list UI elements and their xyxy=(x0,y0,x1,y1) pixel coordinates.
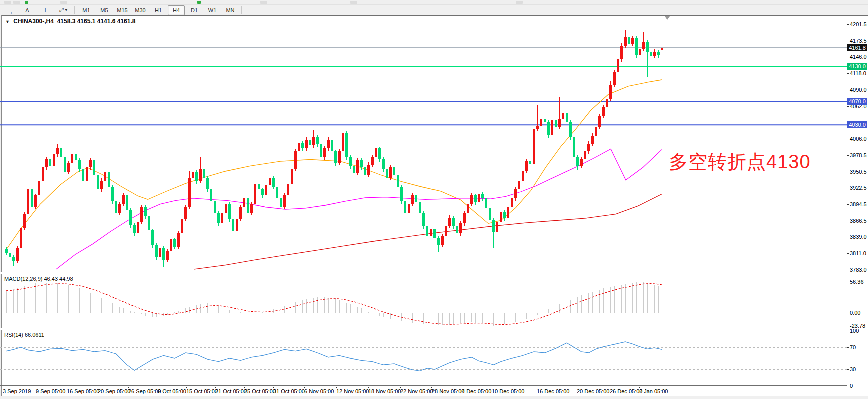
axis-tick xyxy=(847,326,849,326)
date-axis-label: 10 Dec 05:00 xyxy=(492,388,524,394)
rsi-line xyxy=(6,342,662,371)
date-axis-label: 16 Sep 05:00 xyxy=(67,388,99,394)
chart-shift-marker[interactable] xyxy=(665,16,670,20)
timeframe-M30-button[interactable]: M30 xyxy=(132,5,149,15)
axis-tick xyxy=(847,347,849,348)
timeframe-M15-button[interactable]: M15 xyxy=(114,5,131,15)
date-axis-label: 31 Oct 05:00 xyxy=(273,388,305,394)
symbol-dropdown-arrow-icon[interactable]: ▼ xyxy=(5,19,10,24)
price-axis-label: 4173.5 xyxy=(850,38,867,44)
macd-axis-label: 56.36 xyxy=(850,279,867,285)
macd-histogram xyxy=(6,282,662,326)
toolbar-icon-fragment xyxy=(13,1,20,4)
axis-tick xyxy=(847,172,849,172)
rsi-indicator-label: RSI(14) 66.0611 xyxy=(4,332,44,338)
date-axis-label: 4 Dec 05:00 xyxy=(462,388,491,394)
axis-tick xyxy=(847,90,849,90)
toolbar-separator xyxy=(74,6,75,14)
timeframe-W1-button[interactable]: W1 xyxy=(204,5,221,15)
grid-snap-icon[interactable]: F xyxy=(1,5,18,15)
macd-signal-line xyxy=(6,284,662,325)
pane-splitter-macd-rsi[interactable] xyxy=(0,328,847,330)
date-axis-label: 9 Sep 05:00 xyxy=(36,388,65,394)
price-axis-label: 4090.0 xyxy=(850,87,867,93)
price-axis-label: 3894.5 xyxy=(850,201,867,207)
pane-splitter-main-macd[interactable] xyxy=(0,272,847,274)
date-axis-label: 18 Nov 05:00 xyxy=(368,388,401,394)
chart-toolbar: FAT⤢ ▾M1M5M15M30H1H4D1W1MN xyxy=(0,5,868,15)
timeframe-M5-button[interactable]: M5 xyxy=(96,5,113,15)
pane-border-rsi-bottom xyxy=(0,385,847,386)
price-tag-4070.0: 4070.0 xyxy=(847,98,867,105)
toolbar-icon-fragment xyxy=(25,1,28,4)
date-axis-label: 15 Oct 05:00 xyxy=(186,388,218,394)
toolbar-separator xyxy=(241,6,242,14)
chart-bottom-border xyxy=(0,395,847,395)
price-axis-label: 3978.5 xyxy=(850,152,867,158)
date-axis-label: 2 Jan 05:00 xyxy=(639,388,668,394)
timeframe-H1-button[interactable]: H1 xyxy=(150,5,167,15)
timeframe-M1-button[interactable]: M1 xyxy=(78,5,95,15)
axis-tick xyxy=(847,41,849,41)
toolbar-icon-fragment xyxy=(60,1,67,4)
axis-tick xyxy=(847,106,849,107)
axis-tick xyxy=(847,221,849,221)
date-axis-label: 26 Sep 05:00 xyxy=(128,388,161,394)
price-axis-label: 4201.5 xyxy=(850,21,867,27)
axis-tick xyxy=(847,253,849,254)
price-axis-border xyxy=(847,16,847,395)
cursor-modes-icon[interactable]: ⤢ ▾ xyxy=(55,5,72,15)
rsi-axis-label: 30 xyxy=(850,366,867,372)
symbol-label: CHINA300-,H4 xyxy=(13,18,54,25)
date-axis-label: 3 Sep 2019 xyxy=(3,388,31,394)
price-axis-label: 4006.0 xyxy=(850,136,867,142)
axis-tick xyxy=(847,270,849,270)
price-axis-label: 3866.5 xyxy=(850,218,867,224)
date-axis-label: 26 Dec 05:00 xyxy=(610,388,642,394)
date-axis-label: 28 Nov 05:00 xyxy=(431,388,464,394)
axis-tick xyxy=(847,204,849,205)
price-tag-4030.0: 4030.0 xyxy=(847,121,867,128)
price-tag-4130.0: 4130.0 xyxy=(847,63,867,70)
rsi-axis-label: 0 xyxy=(850,383,867,389)
ma-fast-line xyxy=(5,80,662,251)
axis-tick xyxy=(847,313,849,313)
axis-tick xyxy=(847,155,849,156)
price-axis-label: 4118.0 xyxy=(850,70,867,76)
top-toolbar-cut xyxy=(0,0,868,5)
price-axis-label: 4146.0 xyxy=(850,54,867,60)
axis-tick xyxy=(847,386,849,386)
axis-tick xyxy=(847,139,849,139)
axis-tick xyxy=(847,369,849,370)
timeframe-MN-button[interactable]: MN xyxy=(222,5,239,15)
rsi-pane[interactable] xyxy=(0,331,847,386)
axis-tick xyxy=(847,73,849,74)
timeframe-H4-button[interactable]: H4 xyxy=(168,5,185,15)
text-box-icon[interactable]: T xyxy=(37,5,54,15)
chart-title: ▼ CHINA300-,H4 4158.3 4165.1 4141.6 4161… xyxy=(5,18,135,25)
axis-tick xyxy=(847,57,849,57)
date-axis-label: 22 Nov 05:00 xyxy=(400,388,433,394)
price-axis-label: 3922.5 xyxy=(850,185,867,191)
ohlc-values: 4158.3 4165.1 4141.6 4161.8 xyxy=(57,18,136,25)
date-axis-label: 9 Oct 05:00 xyxy=(158,388,186,394)
macd-pane[interactable] xyxy=(0,274,847,328)
axis-tick xyxy=(847,188,849,188)
toolbar-icon-fragment xyxy=(350,1,357,4)
toolbar-icon-fragment xyxy=(260,1,267,4)
rsi-axis-label: 100 xyxy=(850,328,867,334)
rsi-axis-label: 70 xyxy=(850,344,867,350)
axis-tick xyxy=(847,282,849,282)
timeframe-D1-button[interactable]: D1 xyxy=(186,5,203,15)
date-axis-label: 20 Dec 05:00 xyxy=(577,388,609,394)
text-label-icon[interactable]: A xyxy=(19,5,36,15)
main-price-pane[interactable] xyxy=(0,16,847,273)
axis-tick xyxy=(847,24,849,25)
date-axis-label: 6 Nov 05:00 xyxy=(304,388,334,394)
date-axis-label: 21 Oct 05:00 xyxy=(215,388,247,394)
candles xyxy=(5,30,663,267)
chart-text-annotation[interactable]: 多空转折点4130 xyxy=(669,149,811,175)
axis-tick xyxy=(847,237,849,237)
toolbar-icon-fragment xyxy=(516,1,523,4)
price-axis-label: 3783.0 xyxy=(850,267,867,273)
